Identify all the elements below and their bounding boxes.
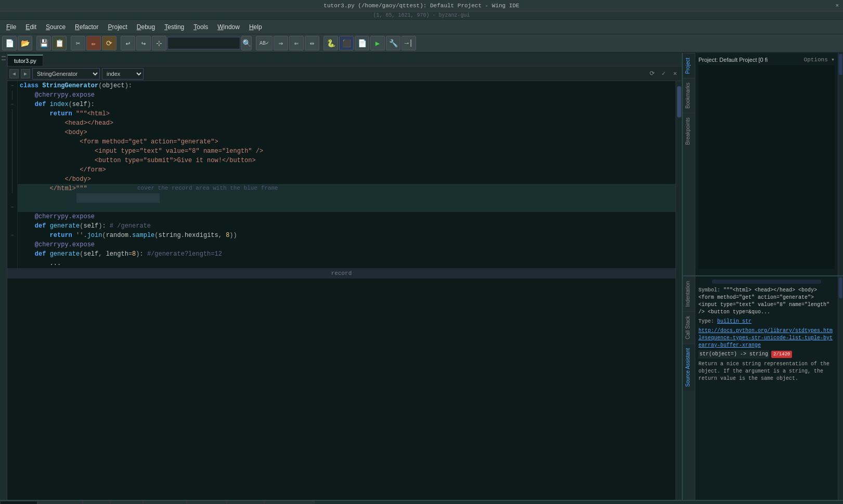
menu-file[interactable]: File [2,22,20,32]
tab-breakpoints[interactable]: Breakpoints [683,113,695,149]
code-line-1: class StringGenerator(object): [18,81,676,90]
project-panel-scrollbar[interactable] [838,53,843,275]
project-scrollbar-thumb[interactable] [839,54,842,75]
scrollbar-thumb[interactable] [677,86,681,117]
method-dropdown[interactable]: index [102,68,144,79]
search-icon[interactable]: 🔍 [241,36,252,50]
code-line-8: <input type="text" value="8" name="lengt… [18,147,676,156]
nav-icon-refresh[interactable]: ⟳ [647,69,657,78]
symbol-row: Symbol: """<html> <head></head> <body> <… [698,287,835,316]
main-layout: tutor3.py ◀ ▶ StringGenerator index ⟳ ✓ … [0,53,843,500]
close-button[interactable]: × [835,3,839,9]
nav-icon-check[interactable]: ✓ [659,69,668,78]
bottom-section: Debug I/O Debug Probe Watch Modules Pyth… [0,500,843,504]
nav-forward-button[interactable]: ▶ [21,69,30,78]
editor-container: tutor3.py ◀ ▶ StringGenerator index ⟳ ✓ … [7,53,682,500]
code-line-5: <head></head> [18,118,676,128]
project-tree [698,65,835,269]
debug-button[interactable]: ⬛ [339,36,354,50]
fold-indicators: − − − [7,81,18,268]
forward-button[interactable]: →| [401,36,416,50]
new-file-button[interactable]: 📄 [2,36,17,50]
right-panel-bottom: Indentation Call Stack Source Assistant … [683,276,843,500]
right-panel-top: Project Bookmarks Breakpoints Project: D… [683,53,843,276]
menu-edit[interactable]: Edit [21,22,41,32]
assistant-scrollbar-h[interactable] [712,280,821,284]
tab-messages[interactable]: Messages [227,501,264,504]
code-line-16: @cherrypy.expose [18,240,676,249]
tab-source-assistant[interactable]: Source Assistant [683,343,695,391]
project-title: Project: Default Project [0 fi [698,57,768,63]
tab-python-shell[interactable]: Python Shell [143,501,187,504]
open-file-button[interactable]: 📂 [18,36,32,50]
code-lines[interactable]: class StringGenerator(object): @cherrypy… [18,81,676,268]
tools-button[interactable]: 🔧 [386,36,400,50]
tab-modules[interactable]: Modules [110,501,144,504]
nav-icon-close[interactable]: ✕ [670,69,680,78]
assistant-scrollbar-thumb[interactable] [839,277,842,298]
menu-bar: File Edit Source Refactor Project Debug … [0,20,843,34]
tab-project[interactable]: Project [683,53,695,78]
code-line-10: </form> [18,165,676,175]
fold-14[interactable]: − [10,205,14,210]
code-line-9: <button type="submit">Give it now!</butt… [18,156,676,165]
save-button[interactable]: 💾 [36,36,51,50]
code-line-15: return ''.join(random.sample(string.hexd… [18,231,676,240]
file-tab-tutor3[interactable]: tutor3.py [7,55,43,66]
code-signature: str(object=) -> string [698,350,769,359]
title-bar: tutor3.py (/home/gaoy/qttest): Default P… [0,0,843,11]
code-line-12[interactable]: </html>""" [18,184,676,212]
menu-testing[interactable]: Testing [160,22,188,32]
record-bar: record [7,268,676,278]
indent-left-button[interactable]: ⇐ [289,36,304,50]
menu-help[interactable]: Help [245,22,266,32]
redo-edit-button[interactable]: ⟳ [102,36,116,50]
menu-refactor[interactable]: Refactor [71,22,102,32]
python-button[interactable]: 🐍 [323,36,338,50]
tab-debug-probe[interactable]: Debug Probe [37,501,83,504]
tab-os-commands[interactable]: OS Commands [264,501,315,504]
code-content[interactable]: − − − [7,81,676,500]
toggle-indent-button[interactable]: ⇔ [305,36,319,50]
menu-tools[interactable]: Tools [189,22,212,32]
editor-scrollbar[interactable] [676,81,682,500]
tab-watch[interactable]: Watch [83,501,110,504]
class-dropdown[interactable]: StringGenerator [32,68,100,79]
select-button[interactable]: ⊹ [152,36,166,50]
spell-check-button[interactable]: AB✓ [256,36,273,50]
save-as-button[interactable]: 📋 [52,36,67,50]
tab-indentation[interactable]: Indentation [683,276,695,311]
undo-edit-button[interactable]: ✏ [86,36,101,50]
fold-3[interactable]: − [10,102,14,108]
subtitle-text: (1, 65, 1621, 970) · byzanz-gui [373,12,470,18]
menu-debug[interactable]: Debug [133,22,159,32]
cut-button[interactable]: ✂ [71,36,85,50]
tab-debug-io[interactable]: Debug I/O [0,501,37,504]
tab-bookmarks[interactable]: Bookmarks [683,78,695,113]
tab-call-stack[interactable]: Call Stack [683,311,695,343]
code-editor[interactable]: − − − [7,81,682,500]
match-badge: 2/1420 [771,351,792,359]
file-tabs: tutor3.py [7,53,682,67]
fold-1[interactable]: − [10,83,14,89]
project-header: Project: Default Project [0 fi Options ▾ [698,56,835,63]
right-bottom-tabs: Indentation Call Stack Source Assistant [683,276,695,500]
project-options-button[interactable]: Options ▾ [804,56,835,63]
nav-back-button[interactable]: ◀ [9,69,19,78]
code-line-7: <form method="get" action="generate"> [18,137,676,147]
code-line-4: return """<html> [18,109,676,118]
undo-button[interactable]: ↩ [121,36,135,50]
search-input[interactable] [167,37,240,49]
menu-project[interactable]: Project [103,22,131,32]
type-link[interactable]: builtin str [717,319,751,324]
redo-button[interactable]: ↪ [136,36,151,50]
assistant-panel-scrollbar[interactable] [838,276,843,500]
run-button[interactable]: ▶ [370,36,385,50]
fold-17[interactable]: − [10,233,14,238]
tab-bookmarks-bottom[interactable]: Bookmarks [187,501,227,504]
docs-link[interactable]: http://docs.python.org/library/stdtypes.… [698,327,835,349]
indent-right-button[interactable]: ⇒ [274,36,288,50]
new-doc-button[interactable]: 📄 [355,36,369,50]
menu-source[interactable]: Source [42,22,70,32]
menu-window[interactable]: Window [213,22,244,32]
